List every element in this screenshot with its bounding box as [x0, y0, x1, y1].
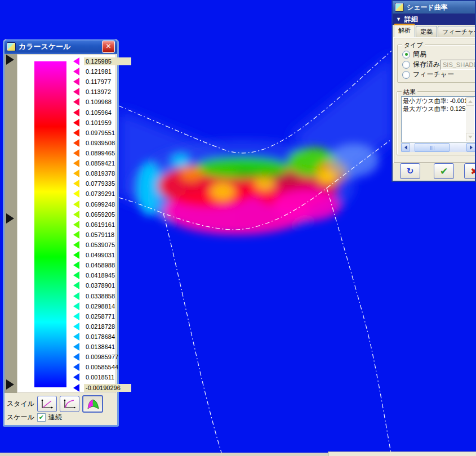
color-scale-row: 0.0218728: [67, 321, 128, 332]
scale-marker-triangle[interactable]: [67, 88, 79, 96]
linear-graph-icon: [41, 399, 54, 410]
color-scale-row: 0.0979551: [67, 128, 128, 138]
scale-marker-triangle[interactable]: [67, 271, 79, 279]
scale-marker-triangle[interactable]: [67, 149, 79, 157]
scale-marker-triangle[interactable]: [67, 139, 79, 147]
bottom-scrollbar-strip[interactable]: [328, 451, 476, 456]
style-linear-button[interactable]: [37, 396, 57, 412]
color-scale-row: 0.0539075: [67, 240, 128, 250]
color-scale-row: 0.0258771: [67, 311, 128, 321]
close-icon[interactable]: ✕: [102, 41, 115, 53]
scale-marker-triangle[interactable]: [67, 241, 79, 249]
max-marker-triangle[interactable]: [6, 55, 14, 65]
color-scale-titlebar[interactable]: カラースケール ✕: [5, 39, 117, 54]
color-gradient-bar[interactable]: [34, 61, 66, 387]
hscroll-track[interactable]: [410, 143, 466, 152]
color-scale-row: 0.00585544: [67, 362, 128, 372]
scale-value: 0.0458988: [84, 261, 131, 269]
continuous-checkbox[interactable]: ✔: [37, 413, 46, 422]
color-scale-row: 0.00985977: [67, 352, 128, 362]
color-scale-title: カラースケール: [19, 42, 71, 52]
scale-value: 0.0739291: [84, 190, 131, 198]
scale-marker-triangle[interactable]: [67, 200, 79, 208]
scale-marker-triangle[interactable]: [67, 57, 79, 65]
scale-value: 0.0218728: [84, 323, 131, 330]
scale-marker-triangle[interactable]: [67, 373, 79, 381]
application-root: { "canvas": { "background_color": "#0114…: [0, 0, 476, 456]
color-scale-row: 0.0739291: [67, 189, 128, 199]
color-scale-row: 0.113972: [67, 87, 128, 97]
scale-marker-triangle[interactable]: [67, 384, 79, 392]
tab-analysis[interactable]: 解析: [394, 24, 415, 37]
scale-value: 0.0699248: [84, 200, 131, 208]
scale-marker-triangle[interactable]: [67, 312, 79, 320]
scale-marker-triangle[interactable]: [67, 159, 79, 167]
style-label: スタイル: [7, 399, 34, 409]
scale-marker-triangle[interactable]: [67, 302, 79, 310]
scale-value: 0.0178684: [84, 333, 131, 341]
scale-marker-triangle[interactable]: [67, 68, 79, 75]
refresh-button[interactable]: ↻: [400, 163, 420, 179]
scale-marker-triangle[interactable]: [67, 221, 79, 229]
cancel-button[interactable]: ✖: [464, 163, 476, 179]
mid-marker-triangle[interactable]: [6, 213, 14, 223]
scale-marker-triangle[interactable]: [67, 169, 79, 177]
scroll-right-icon[interactable]: [466, 143, 475, 152]
radio-simple[interactable]: 簡易: [402, 50, 426, 59]
radio-simple-circle[interactable]: [402, 51, 410, 59]
scale-marker-triangle[interactable]: [67, 190, 79, 198]
horizontal-scrollbar[interactable]: [401, 143, 475, 152]
results-listbox[interactable]: 最小ガウス曲率: -0.001 最大ガウス曲率: 0.1259: [401, 96, 475, 142]
saved-name-field[interactable]: [441, 60, 476, 70]
scale-marker-triangle[interactable]: [67, 323, 79, 330]
details-header[interactable]: ▼ 詳細: [393, 14, 475, 25]
tab-definition[interactable]: 定義: [416, 26, 437, 37]
ok-button[interactable]: ✔: [434, 163, 454, 179]
scale-marker-triangle[interactable]: [67, 343, 79, 351]
scale-marker-triangle[interactable]: [67, 180, 79, 187]
scale-value: 0.0138641: [84, 343, 131, 351]
scale-value: 0.113972: [84, 88, 131, 96]
hscroll-thumb[interactable]: [415, 143, 450, 152]
scale-value: 0.00585544: [84, 363, 131, 371]
color-scale-row: 0.0899465: [67, 148, 128, 158]
scale-marker-triangle[interactable]: [67, 231, 79, 239]
scale-marker-triangle[interactable]: [67, 281, 79, 289]
scale-marker-triangle[interactable]: [67, 119, 79, 127]
scale-marker-triangle[interactable]: [67, 251, 79, 259]
continuous-label[interactable]: 連続: [48, 413, 62, 422]
scale-value: 0.121981: [84, 68, 131, 75]
scale-marker-triangle[interactable]: [67, 109, 79, 117]
color-scale-row: 0.105964: [67, 108, 128, 118]
scale-marker-triangle[interactable]: [67, 98, 79, 106]
chevron-down-icon: ▼: [396, 16, 401, 22]
scale-marker-triangle[interactable]: [67, 292, 79, 300]
scale-area: 0.1259850.1219810.1179770.1139720.109968…: [17, 54, 116, 393]
radio-feature[interactable]: フィーチャー: [402, 70, 454, 79]
radio-saved-circle[interactable]: [402, 61, 410, 69]
color-scale-row: 0.0779335: [67, 178, 128, 189]
scale-marker-triangle[interactable]: [67, 353, 79, 361]
min-marker-triangle[interactable]: [6, 379, 14, 390]
scroll-left-icon[interactable]: [401, 143, 410, 152]
style-curve-button[interactable]: [60, 396, 79, 412]
scale-marker-triangle[interactable]: [67, 211, 79, 218]
vertical-scrollbar[interactable]: [466, 97, 474, 141]
scale-marker-triangle[interactable]: [67, 78, 79, 86]
scale-marker-triangle[interactable]: [67, 333, 79, 341]
color-scale-row: 0.0619161: [67, 220, 128, 230]
radio-feature-circle[interactable]: [402, 71, 410, 79]
curvature-titlebar[interactable]: シェード曲率: [393, 1, 475, 14]
color-scale-row: 0.0659205: [67, 209, 128, 220]
tab-feature[interactable]: フィーチャー: [438, 26, 476, 37]
scale-marker-triangle[interactable]: [67, 129, 79, 137]
style-shaded-button[interactable]: [82, 395, 103, 413]
window-icon: [395, 3, 404, 12]
scale-marker-triangle[interactable]: [67, 363, 79, 371]
radio-saved[interactable]: 保存済み: [402, 60, 440, 69]
scroll-up-icon[interactable]: [466, 97, 474, 106]
scale-marker-triangle[interactable]: [67, 261, 79, 269]
scale-value: 0.0298814: [84, 302, 131, 310]
radio-feature-label: フィーチャー: [413, 70, 454, 79]
scroll-down-icon[interactable]: [466, 133, 474, 141]
